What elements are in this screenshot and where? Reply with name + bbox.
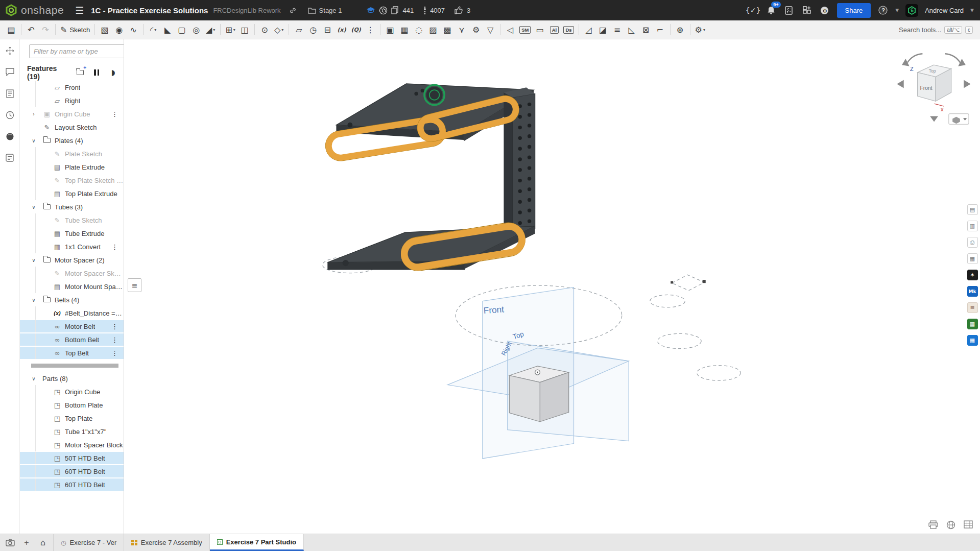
undo-icon[interactable]: ↶ [24, 22, 38, 37]
feature-row[interactable]: ▤Motor Mount Spacer [20, 280, 124, 293]
draft-icon[interactable]: ◢▾ [203, 22, 218, 37]
extrude-icon[interactable]: ▧ [98, 22, 112, 37]
row-options-dots-icon[interactable]: ⋮ [111, 243, 117, 251]
part-row[interactable]: ◳Tube 1"x1"x7" [20, 425, 124, 438]
split-icon[interactable]: ◇▾ [272, 22, 286, 37]
linear-pattern-icon[interactable]: ⊞▾ [223, 22, 237, 37]
custom-features-icon[interactable]: ⚙▾ [693, 22, 707, 37]
eraser-icon[interactable]: ◪ [596, 22, 610, 37]
search-tools[interactable]: Search tools... alt/⌥ c [899, 26, 973, 34]
collapse-chevron-icon[interactable]: ∨ [30, 297, 37, 303]
grid-table-icon[interactable] [964, 520, 973, 532]
viewcube-top-label[interactable]: Top [929, 68, 936, 74]
add-tab-button[interactable]: + [19, 536, 34, 549]
print-panel-icon[interactable]: ⎙ [967, 237, 978, 248]
collapse-chevron-icon[interactable]: ∨ [30, 138, 37, 143]
butterfly-extension-icon[interactable]: ✶ [967, 270, 978, 280]
part-row[interactable]: ◳50T HTD Belt [20, 451, 124, 465]
sheet-metal-icon[interactable]: SM [517, 22, 533, 37]
suppress-pause-icon[interactable] [92, 68, 101, 77]
tasks-checklist-icon[interactable] [783, 5, 795, 16]
breadcrumb-folder[interactable]: Stage 1 [308, 7, 342, 14]
feature-row[interactable]: ∨Belts (4) [20, 293, 124, 306]
hole-icon[interactable]: ◎ [189, 22, 203, 37]
parts-stack-panel-icon[interactable]: ▥ [967, 221, 978, 231]
user-name[interactable]: Andrew Card [925, 7, 964, 14]
sketch-vertex-handle[interactable] [703, 280, 706, 283]
tab-exercise-7-part-studio[interactable]: Exercise 7 Part Studio [210, 534, 304, 551]
sketch-icon[interactable]: ✎Sketch [58, 22, 92, 37]
frame-pointed-icon[interactable]: ▨ [426, 22, 440, 37]
print-icon[interactable] [928, 520, 938, 532]
feature-row[interactable]: ∨Tubes (3) [20, 200, 124, 213]
copies-icon[interactable] [391, 6, 399, 14]
shell-icon[interactable]: ▢ [175, 22, 189, 37]
revolve-icon[interactable]: ◉ [112, 22, 126, 37]
feature-row[interactable]: ∞Motor Belt⋮ [20, 320, 124, 333]
history-clock-icon[interactable] [5, 110, 15, 120]
fillet-icon[interactable]: ◜▾ [146, 22, 160, 37]
mirror-icon[interactable]: ◫ [237, 22, 252, 37]
tab-exercise-7-assembly[interactable]: Exercise 7 Assembly [124, 534, 209, 551]
row-options-dots-icon[interactable]: ⋮ [111, 323, 117, 330]
derived-icon[interactable]: ⊟ [320, 22, 334, 37]
onshape-logo[interactable]: onshape [5, 4, 64, 16]
corner-break-icon[interactable]: ◿ [582, 22, 596, 37]
feature-row[interactable]: ∞Bottom Belt⋮ [20, 333, 124, 346]
notes-list-icon[interactable] [5, 153, 15, 163]
row-options-dots-icon[interactable]: ⋮ [111, 336, 117, 344]
part-row[interactable]: ◳60T HTD Belt [20, 465, 124, 478]
feature-row[interactable]: ✎Tube Sketch [20, 213, 124, 227]
sketch-vertex-handle[interactable] [671, 281, 673, 284]
hello-banner-icon[interactable]: ▭ [533, 22, 547, 37]
sweep-icon[interactable]: ∿ [126, 22, 140, 37]
feature-row[interactable]: ▤Top Plate Extrude [20, 187, 124, 200]
feature-list-icon[interactable]: ▤ [4, 22, 18, 37]
blue-sheet-extension-icon[interactable]: ▦ [967, 335, 978, 346]
row-options-dots-icon[interactable]: ⋮ [111, 110, 117, 118]
featurescript-check-icon[interactable]: {✓} [748, 5, 759, 16]
public-globe-icon[interactable] [379, 6, 388, 15]
material-box-icon[interactable]: ▩ [440, 22, 455, 37]
collapse-chevron-icon[interactable]: ∨ [30, 257, 37, 263]
filter-input[interactable] [29, 44, 124, 58]
feature-row[interactable]: ∨Plates (4) [20, 134, 124, 147]
part-row[interactable]: ◳Origin Cube [20, 385, 124, 398]
sheet-metal-flange-icon[interactable]: ◁ [503, 22, 517, 37]
ds-tool-icon[interactable]: Ds [561, 22, 576, 37]
feature-row[interactable]: ▱Right [20, 94, 124, 107]
filter-funnel-icon[interactable]: ▽ [483, 22, 497, 37]
followers-dots-icon[interactable] [423, 6, 426, 15]
box-primitive-icon[interactable]: ▣ [383, 22, 397, 37]
rollback-bar[interactable] [31, 364, 118, 368]
home-tab-button[interactable]: ⌂ [36, 536, 50, 549]
feature-row[interactable]: ∨Motor Spacer (2) [20, 253, 124, 267]
parts-header-row[interactable]: ∨Parts (8) [20, 372, 124, 385]
origin-target-icon[interactable]: ⊕ [673, 22, 687, 37]
view-cube[interactable]: Top Front Z x [897, 54, 970, 124]
part-row[interactable]: ◳Motor Spacer Block [20, 438, 124, 451]
main-menu-icon[interactable]: ☰ [75, 5, 84, 16]
expand-chevron-icon[interactable]: › [30, 111, 37, 117]
share-button[interactable]: Share [837, 3, 871, 18]
feature-row[interactable]: ✎Layout Sketch [20, 121, 124, 134]
feature-row[interactable]: ▱Front [20, 81, 124, 94]
learning-center-icon[interactable]: ⚙ [819, 5, 830, 16]
flag-check-icon[interactable]: ⊠ [639, 22, 653, 37]
viewcube-front-label[interactable]: Front [920, 85, 933, 91]
document-panel-icon[interactable] [5, 88, 15, 99]
tab-exercise-7-ver[interactable]: ◷Exercise 7 - Ver [53, 534, 124, 551]
feature-row[interactable]: ›▣Origin Cube⋮ [20, 107, 124, 121]
capture-thumbnail-icon[interactable] [3, 536, 17, 549]
regen-timer-icon[interactable]: ◗ [109, 68, 117, 77]
move-tool-icon[interactable] [5, 45, 15, 56]
user-avatar[interactable] [905, 4, 918, 17]
gusset-icon[interactable]: ⋎ [455, 22, 469, 37]
redo-icon[interactable]: ↷ [38, 22, 53, 37]
chamfer-icon[interactable]: ◣ [160, 22, 175, 37]
new-folder-icon[interactable]: + [76, 68, 84, 77]
feature-list-flyout-button[interactable]: ≡ [128, 278, 141, 292]
part-row[interactable]: ◳Bottom Plate [20, 398, 124, 412]
part-row[interactable]: ◳Top Plate [20, 412, 124, 425]
education-cap-icon[interactable] [366, 7, 375, 14]
